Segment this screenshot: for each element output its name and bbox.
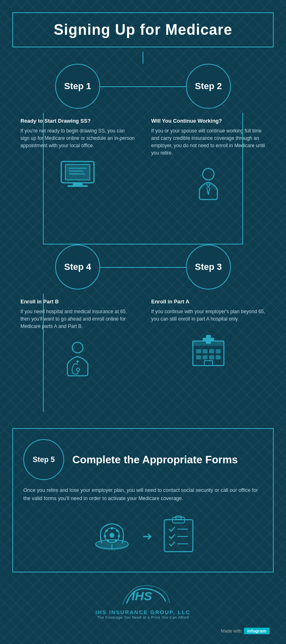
svg-rect-5 xyxy=(69,168,87,169)
step-3-circle: Step 3 xyxy=(186,245,231,289)
svg-rect-22 xyxy=(203,355,208,359)
svg-point-34 xyxy=(107,539,109,542)
svg-rect-7 xyxy=(69,173,85,175)
step-3-heading: Enroll in Part A xyxy=(151,298,266,305)
svg-point-9 xyxy=(72,342,83,353)
svg-point-8 xyxy=(203,168,214,180)
step-5-header: Step 5 Complete the Appropriate Forms xyxy=(23,439,263,480)
clipboard-icon xyxy=(160,515,197,557)
svg-rect-23 xyxy=(209,355,214,359)
svg-point-32 xyxy=(118,535,120,537)
step-5-body: Once you retire and lose your employer p… xyxy=(23,486,263,503)
svg-rect-17 xyxy=(196,349,201,353)
svg-rect-21 xyxy=(196,355,201,359)
made-with-label: Made with xyxy=(221,628,241,633)
svg-rect-4 xyxy=(67,185,88,187)
svg-rect-6 xyxy=(69,171,83,172)
svg-rect-3 xyxy=(73,183,83,185)
step-4-heading: Enroll in Part B xyxy=(20,298,135,305)
svg-point-31 xyxy=(116,530,118,532)
svg-rect-16 xyxy=(203,338,214,341)
step-2-circle: Step 2 xyxy=(186,64,231,109)
hospital-icon xyxy=(151,329,266,378)
svg-point-35 xyxy=(104,535,106,537)
step-5-heading: Complete the Appropriate Forms xyxy=(72,453,238,466)
doctor-icon xyxy=(20,336,135,389)
svg-rect-19 xyxy=(209,349,214,353)
computer-icon xyxy=(20,155,135,200)
step-5-icons: ➔ xyxy=(23,511,263,561)
step-2-body: If you or your spouse will continue work… xyxy=(151,127,266,157)
page-title: Signing Up for Medicare xyxy=(25,21,261,38)
svg-point-36 xyxy=(105,530,108,532)
svg-rect-1 xyxy=(65,164,90,180)
svg-text:IHS: IHS xyxy=(132,589,152,603)
step-4-circle: Step 4 xyxy=(55,245,100,289)
infogram-badge: infogram xyxy=(244,628,270,634)
step-1-circle: Step 1 xyxy=(55,64,100,109)
step-3-body: If you continue with your employer's pla… xyxy=(151,308,266,323)
company-logo: IHS IHS Insurance Group, LLC The Coverag… xyxy=(12,572,274,624)
step-5-box: Step 5 Complete the Appropriate Forms On… xyxy=(12,428,274,572)
step-1-content: Ready to Start Drawing SS? If you're not… xyxy=(12,113,143,220)
svg-point-33 xyxy=(115,539,117,542)
arrow-icon: ➔ xyxy=(143,530,152,543)
step-2-heading: Will You Continue Working? xyxy=(151,118,266,124)
svg-rect-24 xyxy=(216,355,221,359)
step-3-content: Enroll in Part A If you continue with yo… xyxy=(143,294,274,397)
step-2-content: Will You Continue Working? If you or you… xyxy=(143,113,274,220)
svg-point-30 xyxy=(111,527,113,530)
svg-rect-18 xyxy=(203,349,208,353)
svg-point-29 xyxy=(109,533,114,538)
phone-icon xyxy=(89,515,134,557)
step-1-heading: Ready to Start Drawing SS? xyxy=(20,118,135,124)
made-with-footer: Made with infogram xyxy=(12,624,274,636)
step-1-body: If you're not ready to begin drawing SS,… xyxy=(20,127,135,149)
step-4-body: If you need hospital and medical insuran… xyxy=(20,308,135,330)
person-icon xyxy=(151,163,266,212)
svg-rect-25 xyxy=(204,361,212,366)
step-5-circle: Step 5 xyxy=(23,439,64,480)
svg-rect-20 xyxy=(216,349,221,353)
step-4-content: Enroll in Part B If you need hospital an… xyxy=(12,294,143,397)
svg-rect-37 xyxy=(164,520,193,552)
title-box: Signing Up for Medicare xyxy=(12,12,274,47)
